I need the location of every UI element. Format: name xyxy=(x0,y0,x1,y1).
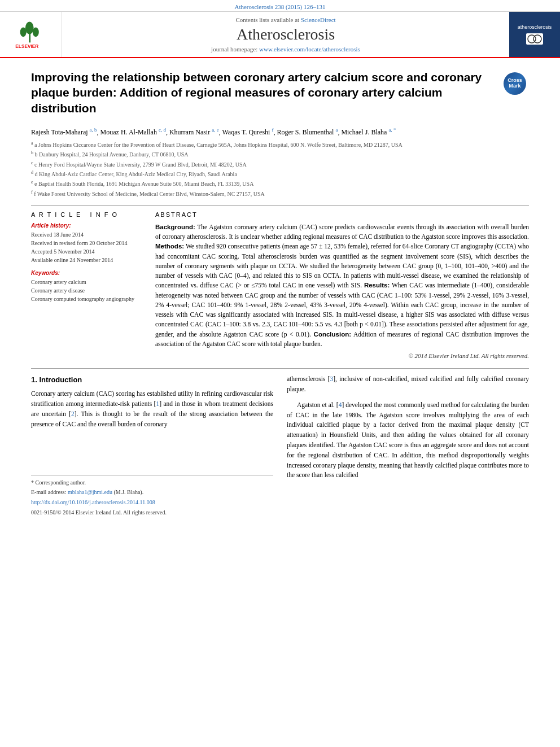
received-date: Received 18 June 2014 xyxy=(31,230,144,239)
conclusion-label: Conclusion: xyxy=(314,331,351,338)
article-info-column: A R T I C L E I N F O Article history: R… xyxy=(31,211,144,359)
background-text: The Agatston coronary artery calcium (CA… xyxy=(155,224,529,240)
article-dates: Received 18 June 2014 Received in revise… xyxy=(31,230,144,264)
journal-citation-bar: Atherosclerosis 238 (2015) 126–131 xyxy=(0,0,560,12)
divider-2 xyxy=(31,368,529,369)
keywords-list: Coronary artery calcium Coronary artery … xyxy=(31,278,144,303)
keyword-2: Coronary artery disease xyxy=(31,286,144,295)
svg-point-6 xyxy=(533,35,541,43)
body-col-right: atherosclerosis [3], inclusive of non-ca… xyxy=(287,374,529,517)
homepage-line: journal homepage: www.elsevier.com/locat… xyxy=(211,46,360,53)
sciencedirect-link[interactable]: ScienceDirect xyxy=(301,16,336,23)
abstract-column: ABSTRACT Background: The Agatston corona… xyxy=(155,211,529,359)
body-section: 1. Introduction Coronary artery calcium … xyxy=(31,374,529,517)
svg-point-3 xyxy=(32,28,38,37)
authors-line: Rajesh Tota-Maharaj a, b, Mouaz H. Al-Ma… xyxy=(31,127,529,137)
corresponding-author-note: * Corresponding author. xyxy=(31,479,273,487)
affil-c: c c Henry Ford Hospital/Wayne State Univ… xyxy=(31,160,529,169)
article-title: Improving the relationship between coron… xyxy=(31,69,489,116)
elsevier-logo-icon: ELSEVIER xyxy=(8,18,54,51)
contents-label: Contents lists available at xyxy=(235,16,299,23)
affil-d: d d King Abdul-Aziz Cardiac Center, King… xyxy=(31,169,529,178)
affil-e: e e Baptist Health South Florida, 1691 M… xyxy=(31,179,529,188)
abstract-copyright: © 2014 Elsevier Ireland Ltd. All rights … xyxy=(155,352,529,359)
doi-link[interactable]: http://dx.doi.org/10.1016/j.atherosclero… xyxy=(31,499,155,505)
crossmark-icon: CrossMark xyxy=(504,72,526,95)
journal-citation-text: Atherosclerosis 238 (2015) 126–131 xyxy=(234,3,325,10)
article-info-label: A R T I C L E I N F O xyxy=(31,211,144,218)
accepted-date: Accepted 5 November 2014 xyxy=(31,247,144,256)
elsevier-logo-container: ELSEVIER xyxy=(0,12,62,57)
article-history-label: Article history: xyxy=(31,222,144,229)
abstract-label: ABSTRACT xyxy=(155,211,529,218)
keyword-1: Coronary artery calcium xyxy=(31,278,144,286)
results-text: When CAC was intermediate (1–400), consi… xyxy=(155,282,529,337)
ref-2-link[interactable]: 2 xyxy=(71,410,75,417)
article-info-abstract-section: A R T I C L E I N F O Article history: R… xyxy=(31,211,529,359)
email-note: E-mail address: mblaha1@jhmi.edu (M.J. B… xyxy=(31,488,273,496)
email-link[interactable]: mblaha1@jhmi.edu xyxy=(68,489,113,495)
ref-1-link[interactable]: 1 xyxy=(156,400,159,407)
body-two-col: 1. Introduction Coronary artery calcium … xyxy=(31,374,529,517)
article-title-container: Improving the relationship between coron… xyxy=(31,69,501,116)
homepage-link[interactable]: www.elsevier.com/locate/atherosclerosis xyxy=(259,46,360,53)
received-revised-date: Received in revised form 20 October 2014 xyxy=(31,239,144,247)
svg-text:ELSEVIER: ELSEVIER xyxy=(15,43,38,49)
sciencedirect-line: Contents lists available at ScienceDirec… xyxy=(235,16,335,23)
intro-heading: 1. Introduction xyxy=(31,374,273,386)
thumbnail-label: atherosclerosis xyxy=(518,24,552,30)
affil-b: b b Danbury Hospital, 24 Hospital Avenue… xyxy=(31,150,529,159)
keywords-label: Keywords: xyxy=(31,270,144,276)
copyright-line: 0021-9150/© 2014 Elsevier Ireland Ltd. A… xyxy=(31,508,273,517)
methods-label: Methods: xyxy=(155,243,184,250)
affil-f: f f Wake Forest University School of Med… xyxy=(31,189,529,198)
background-label: Background: xyxy=(155,224,195,230)
thumbnail-icon: ⊕ xyxy=(526,33,543,45)
divider-1 xyxy=(31,205,529,206)
homepage-label: journal homepage: xyxy=(211,46,257,53)
body-col-left: 1. Introduction Coronary artery calcium … xyxy=(31,374,273,517)
footnotes-area: * Corresponding author. E-mail address: … xyxy=(31,475,273,496)
doi-line: http://dx.doi.org/10.1016/j.atherosclero… xyxy=(31,498,273,507)
affil-a: a a Johns Hopkins Ciccarone Center for t… xyxy=(31,140,529,149)
main-content: Improving the relationship between coron… xyxy=(0,58,560,528)
intro-paragraph-3: Agatston et al. [4] developed the most c… xyxy=(287,400,529,481)
journal-header: ELSEVIER Contents lists available at Sci… xyxy=(0,12,560,58)
intro-paragraph-2: atherosclerosis [3], inclusive of non-ca… xyxy=(287,374,529,395)
abstract-text: Background: The Agatston coronary artery… xyxy=(155,222,529,349)
intro-paragraph-1: Coronary artery calcium (CAC) scoring ha… xyxy=(31,389,273,429)
journal-title-area: Contents lists available at ScienceDirec… xyxy=(62,12,509,57)
results-label: Results: xyxy=(364,282,390,289)
journal-title: Atherosclerosis xyxy=(237,25,335,43)
article-title-section: Improving the relationship between coron… xyxy=(31,69,529,120)
affiliations: a a Johns Hopkins Ciccarone Center for t… xyxy=(31,140,529,198)
ref-4-link[interactable]: 4 xyxy=(339,401,342,408)
keyword-3: Coronary computed tomography angiography xyxy=(31,295,144,303)
available-date: Available online 24 November 2014 xyxy=(31,256,144,264)
svg-rect-0 xyxy=(29,33,30,43)
svg-point-1 xyxy=(25,21,33,34)
svg-point-2 xyxy=(20,28,26,37)
ref-3-link[interactable]: 3 xyxy=(330,375,333,382)
crossmark-badge[interactable]: CrossMark xyxy=(501,69,529,98)
journal-thumbnail-area: atherosclerosis ⊕ xyxy=(509,12,560,57)
